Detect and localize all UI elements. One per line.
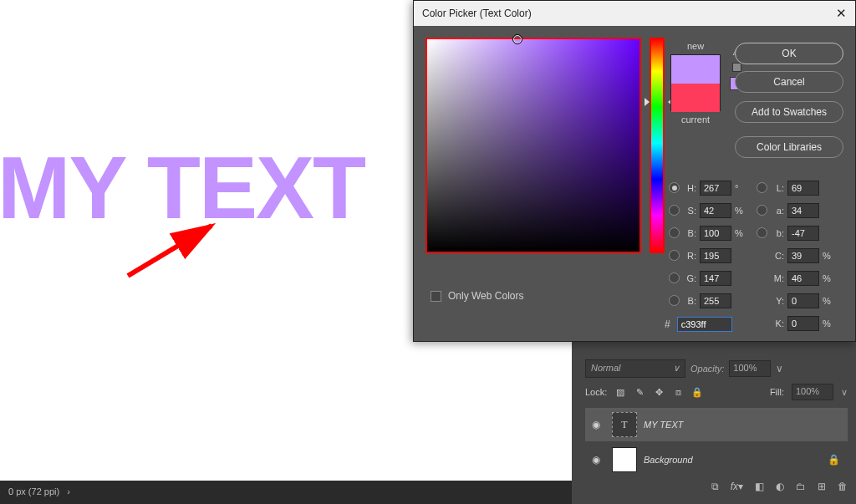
cancel-button[interactable]: Cancel — [735, 71, 843, 93]
color-libraries-button[interactable]: Color Libraries — [735, 136, 843, 158]
swatch-compare[interactable] — [670, 54, 721, 111]
y-input[interactable] — [787, 293, 819, 308]
bv-input[interactable] — [700, 226, 731, 241]
layer-group-icon[interactable]: 🗀 — [796, 481, 806, 492]
layer-text[interactable]: ◉ T MY TEXT — [585, 408, 848, 441]
color-cursor[interactable] — [512, 34, 522, 44]
lock-all-icon[interactable]: 🔒 — [691, 386, 703, 398]
close-icon[interactable]: ✕ — [836, 6, 847, 21]
dialog-title: Color Picker (Text Color) — [422, 8, 532, 19]
layer-name[interactable]: Background — [644, 455, 821, 465]
layer-fx-icon[interactable]: fx▾ — [731, 481, 743, 492]
new-color-swatch[interactable] — [671, 55, 720, 84]
lock-transparency-icon[interactable]: ▨ — [614, 386, 626, 398]
current-label: current — [681, 115, 710, 125]
layer-name[interactable]: MY TEXT — [644, 420, 841, 430]
g-input[interactable] — [700, 271, 731, 286]
status-bar: 0 px (72 ppi) › — [0, 481, 573, 504]
blend-mode-select[interactable]: Normal ∨ — [585, 359, 685, 378]
opacity-label: Opacity: — [690, 364, 724, 374]
svg-line-0 — [128, 226, 211, 276]
layer-mask-icon[interactable]: ◧ — [755, 481, 764, 492]
fill-label: Fill: — [770, 387, 784, 397]
h-input[interactable] — [700, 181, 731, 196]
lock-brush-icon[interactable]: ✎ — [634, 386, 645, 398]
add-to-swatches-button[interactable]: Add to Swatches — [735, 101, 843, 123]
g-radio[interactable] — [669, 272, 680, 283]
lock-icon[interactable]: 🔒 — [828, 454, 841, 466]
web-colors-checkbox[interactable] — [431, 291, 441, 302]
a-input[interactable] — [787, 203, 819, 218]
b2-radio[interactable] — [757, 227, 767, 238]
hex-label: # — [665, 318, 670, 330]
l-radio[interactable] — [757, 182, 767, 193]
s-input[interactable] — [700, 203, 731, 218]
s-radio[interactable] — [669, 205, 680, 216]
delete-layer-icon[interactable]: 🗑 — [838, 481, 848, 492]
visibility-icon[interactable]: ◉ — [592, 419, 605, 430]
b-input[interactable] — [700, 293, 731, 308]
color-picker-dialog: Color Picker (Text Color) ✕ new current … — [413, 0, 856, 342]
c-input[interactable] — [787, 248, 819, 263]
web-colors-label[interactable]: Only Web Colors — [448, 290, 523, 302]
adjustment-layer-icon[interactable]: ◐ — [776, 481, 784, 492]
current-color-swatch[interactable] — [671, 84, 720, 112]
dialog-title-bar[interactable]: Color Picker (Text Color) ✕ — [414, 1, 855, 26]
bv-radio[interactable] — [669, 227, 680, 238]
annotation-arrow — [118, 219, 227, 286]
layer-thumb-bg[interactable] — [612, 447, 637, 472]
r-radio[interactable] — [669, 250, 680, 261]
new-layer-icon[interactable]: ⊞ — [818, 481, 826, 492]
b-radio[interactable] — [669, 295, 680, 306]
b2-input[interactable] — [787, 226, 819, 241]
new-label: new — [687, 41, 704, 51]
a-radio[interactable] — [757, 205, 767, 216]
h-radio[interactable] — [669, 182, 680, 193]
l-input[interactable] — [787, 181, 819, 196]
link-layers-icon[interactable]: ⧉ — [711, 481, 719, 492]
saturation-brightness-field[interactable] — [425, 38, 641, 253]
lock-artboard-icon[interactable]: ⧈ — [672, 386, 684, 398]
layer-background[interactable]: ◉ Background 🔒 — [585, 443, 848, 476]
hex-input[interactable] — [677, 317, 732, 332]
r-input[interactable] — [700, 248, 731, 263]
ok-button[interactable]: OK — [735, 43, 843, 64]
lock-label: Lock: — [585, 387, 607, 397]
opacity-field[interactable]: 100% — [729, 360, 771, 377]
layer-thumb-text[interactable]: T — [612, 412, 637, 437]
m-input[interactable] — [787, 271, 819, 286]
lock-move-icon[interactable]: ✥ — [653, 386, 665, 398]
hue-slider[interactable] — [650, 38, 665, 253]
k-input[interactable] — [787, 316, 819, 331]
fill-field[interactable]: 100% — [792, 384, 833, 400]
visibility-icon[interactable]: ◉ — [592, 454, 605, 466]
